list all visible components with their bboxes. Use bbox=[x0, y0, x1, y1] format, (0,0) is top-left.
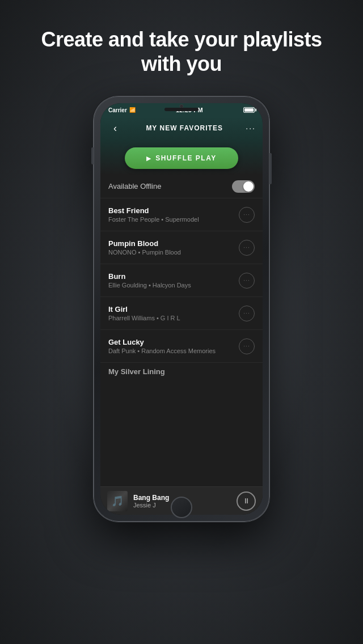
song-subtitle: Pharrell Williams • G I R L bbox=[108, 315, 239, 321]
song-item-partial: My Silver Lining bbox=[100, 363, 263, 380]
song-info: It Girl Pharrell Williams • G I R L bbox=[108, 305, 239, 321]
song-item[interactable]: Get Lucky Daft Punk • Random Access Memo… bbox=[100, 330, 263, 363]
song-subtitle: Ellie Goulding • Halcyon Days bbox=[108, 282, 239, 289]
song-more-button[interactable]: ··· bbox=[239, 273, 255, 289]
song-more-button[interactable]: ··· bbox=[239, 306, 255, 321]
song-subtitle: Foster The People • Supermodel bbox=[108, 216, 239, 223]
phone-screen: Carrier 📶 12:29 PM ‹ MY NEW FAVORITES ··… bbox=[100, 103, 263, 515]
song-info: Get Lucky Daft Punk • Random Access Memo… bbox=[108, 338, 239, 354]
back-button[interactable]: ‹ bbox=[107, 120, 123, 136]
song-info: Burn Ellie Goulding • Halcyon Days bbox=[108, 272, 239, 289]
wifi-icon: 📶 bbox=[129, 107, 136, 113]
playlist-title: MY NEW FAVORITES bbox=[146, 124, 223, 132]
artwork-inner: 🎵 bbox=[107, 491, 128, 511]
song-title: Burn bbox=[108, 272, 239, 281]
song-info: Best Friend Foster The People • Supermod… bbox=[108, 206, 239, 223]
song-item[interactable]: Pumpin Blood NONONO • Pumpin Blood ··· bbox=[100, 231, 263, 264]
song-info: Pumpin Blood NONONO • Pumpin Blood bbox=[108, 239, 239, 256]
song-title: Get Lucky bbox=[108, 338, 239, 346]
pause-button[interactable]: ⏸ bbox=[237, 492, 256, 511]
shuffle-label: SHUFFLE PLAY bbox=[155, 154, 217, 162]
phone-mockup: Carrier 📶 12:29 PM ‹ MY NEW FAVORITES ··… bbox=[94, 96, 269, 522]
pause-icon: ⏸ bbox=[243, 497, 250, 505]
song-title: It Girl bbox=[108, 305, 239, 313]
offline-row: Available Offline bbox=[100, 175, 263, 198]
song-subtitle: Daft Punk • Random Access Memories bbox=[108, 348, 239, 354]
song-item[interactable]: It Girl Pharrell Williams • G I R L ··· bbox=[100, 297, 263, 330]
now-playing-artwork: 🎵 bbox=[107, 491, 128, 511]
shuffle-play-button[interactable]: ▶ SHUFFLE PLAY bbox=[125, 147, 238, 169]
song-item[interactable]: Best Friend Foster The People • Supermod… bbox=[100, 198, 263, 231]
song-item[interactable]: Burn Ellie Goulding • Halcyon Days ··· bbox=[100, 264, 263, 297]
nav-bar: ‹ MY NEW FAVORITES ··· bbox=[100, 117, 263, 139]
offline-toggle[interactable] bbox=[232, 180, 255, 193]
song-list: Best Friend Foster The People • Supermod… bbox=[100, 198, 263, 486]
play-icon: ▶ bbox=[146, 155, 151, 162]
toggle-thumb bbox=[243, 181, 254, 192]
more-button[interactable]: ··· bbox=[246, 124, 256, 133]
battery-icon bbox=[243, 107, 255, 113]
song-more-button[interactable]: ··· bbox=[239, 240, 255, 256]
home-button-area bbox=[167, 493, 196, 522]
song-title-partial: My Silver Lining bbox=[108, 367, 165, 376]
song-more-button[interactable]: ··· bbox=[239, 338, 255, 354]
song-subtitle: NONONO • Pumpin Blood bbox=[108, 249, 239, 256]
phone-speaker bbox=[164, 108, 199, 111]
carrier-label: Carrier 📶 bbox=[108, 107, 136, 113]
song-title: Best Friend bbox=[108, 206, 239, 215]
battery-fill bbox=[244, 108, 254, 112]
page-headline: Create and take your playlists with you bbox=[0, 27, 363, 76]
shuffle-area: ▶ SHUFFLE PLAY bbox=[100, 139, 263, 175]
song-more-button[interactable]: ··· bbox=[239, 207, 255, 223]
offline-label: Available Offline bbox=[108, 182, 161, 190]
home-button[interactable] bbox=[171, 497, 192, 518]
status-right bbox=[243, 107, 255, 113]
song-title: Pumpin Blood bbox=[108, 239, 239, 248]
